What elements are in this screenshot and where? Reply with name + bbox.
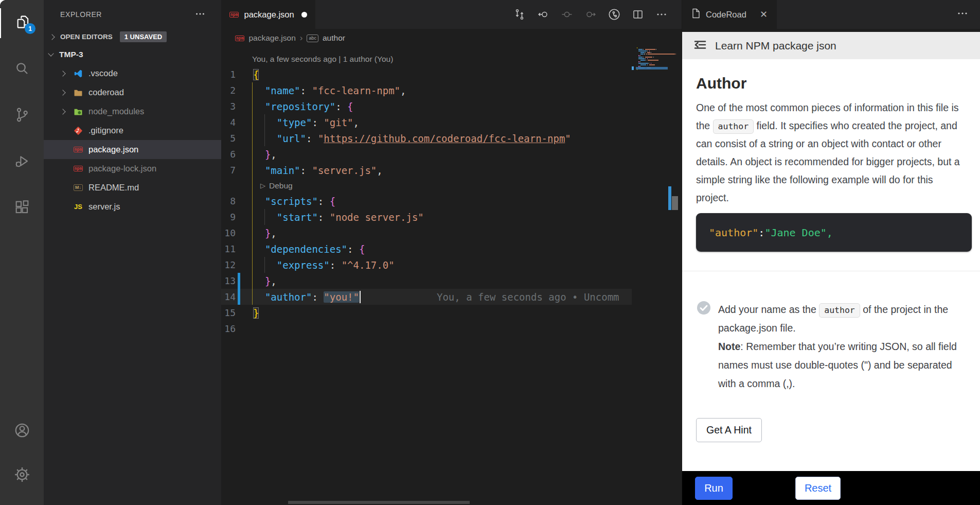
sidebar-more-actions-icon[interactable] xyxy=(194,8,206,22)
explorer-sidebar: EXPLORER OPEN EDITORS 1 UNSAVED TMP-3 .v… xyxy=(44,0,221,505)
activity-run-debug[interactable] xyxy=(0,147,44,177)
activity-accounts[interactable] xyxy=(0,416,44,446)
scrollbar-modified-decoration xyxy=(668,186,671,210)
open-editors-section[interactable]: OPEN EDITORS 1 UNSAVED xyxy=(44,29,221,45)
current-change-icon[interactable] xyxy=(555,0,579,29)
breadcrumb-file[interactable]: package.json xyxy=(248,33,295,43)
file-row-README.md[interactable]: M↓README.md xyxy=(44,178,221,197)
code-line-1[interactable]: 1{ xyxy=(221,66,632,82)
breadcrumb: npm package.json › abc author xyxy=(221,29,682,47)
coderoad-action-bar: Run Reset xyxy=(682,471,980,505)
timeline-icon[interactable] xyxy=(602,0,626,29)
file-label: .vscode xyxy=(88,68,118,78)
code-line-13[interactable]: 13 }, xyxy=(221,273,632,289)
file-row-.vscode[interactable]: .vscode xyxy=(44,64,221,83)
file-row-package-lock.json[interactable]: npmpackage-lock.json xyxy=(44,159,221,178)
js-icon: JS xyxy=(72,202,84,212)
line-number: 11 xyxy=(221,243,236,254)
line-number: 15 xyxy=(221,307,236,318)
codelens[interactable]: You, a few seconds ago | 1 author (You) xyxy=(221,51,632,66)
symbol-string-icon: abc xyxy=(307,34,318,42)
code-line-11[interactable]: 11 "dependencies": { xyxy=(221,241,632,257)
play-icon: ▷ xyxy=(260,182,265,189)
code-line-8[interactable]: 8 "scripts": { xyxy=(221,193,632,209)
run-button[interactable]: Run xyxy=(695,477,733,500)
unsaved-badge: 1 UNSAVED xyxy=(120,31,167,42)
git-icon xyxy=(72,126,84,136)
minimap[interactable] xyxy=(632,47,668,94)
breadcrumb-symbol[interactable]: author xyxy=(323,33,345,43)
npm-file-icon: npm xyxy=(229,12,239,18)
source-control-icon xyxy=(14,107,30,125)
line-number: 4 xyxy=(221,117,236,128)
editor-tab-bar: npm package.json xyxy=(221,0,682,29)
indent-guide xyxy=(264,257,265,273)
vscode-window: 1 xyxy=(0,0,980,505)
line-number: 14 xyxy=(221,291,236,302)
more-actions-icon[interactable] xyxy=(650,0,673,29)
activity-explorer[interactable]: 1 xyxy=(0,8,44,38)
task-text: Add your name as the author of the proje… xyxy=(718,300,961,393)
vertical-scrollbar-slider[interactable] xyxy=(672,196,678,210)
previous-change-icon[interactable] xyxy=(531,0,555,29)
file-label: server.js xyxy=(88,202,120,212)
more-actions-icon[interactable] xyxy=(956,7,980,22)
activity-extensions[interactable] xyxy=(0,194,44,223)
explorer-badge: 1 xyxy=(25,23,35,34)
file-row-package.json[interactable]: npmpackage.json xyxy=(44,140,221,159)
code-line-14[interactable]: 14 "author": "you!"You, a few seconds ag… xyxy=(221,289,632,305)
inline-code-chip: author xyxy=(819,303,860,318)
indent-guide xyxy=(264,114,265,146)
line-number: 12 xyxy=(221,259,236,270)
file-row-coderoad[interactable]: coderoad xyxy=(44,83,221,102)
search-icon xyxy=(14,60,30,79)
code-editor[interactable]: You, a few seconds ago | 1 author (You)1… xyxy=(221,51,632,337)
chevron-right-icon xyxy=(60,90,65,95)
line-number: 1 xyxy=(221,69,236,80)
code-line-4[interactable]: 4 "type": "git", xyxy=(221,114,632,130)
line-number: 16 xyxy=(221,323,236,334)
indent-guide xyxy=(264,209,265,225)
activity-bar: 1 xyxy=(0,0,44,505)
code-line-3[interactable]: 3 "repository": { xyxy=(221,98,632,114)
tab-coderoad[interactable]: CodeRoad ✕ xyxy=(682,0,777,29)
file-icon xyxy=(691,8,701,21)
menu-collapse-icon[interactable] xyxy=(692,37,708,55)
horizontal-scrollbar-slider[interactable] xyxy=(288,501,470,504)
line-number: 5 xyxy=(221,133,236,144)
code-line-2[interactable]: 2 "name": "fcc-learn-npm", xyxy=(221,82,632,98)
activity-source-control[interactable] xyxy=(0,101,44,131)
code-line-15[interactable]: 15} xyxy=(221,305,632,321)
text-cursor xyxy=(360,291,361,303)
task-item: Add your name as the author of the proje… xyxy=(696,300,965,393)
reset-button[interactable]: Reset xyxy=(795,477,841,500)
close-icon[interactable]: ✕ xyxy=(760,9,768,20)
tutorial-title: Learn NPM package json xyxy=(715,40,836,52)
code-line-7[interactable]: 7 "main": "server.js", xyxy=(221,162,632,178)
code-line-9[interactable]: 9 "start": "node server.js" xyxy=(221,209,632,225)
tab-package-json[interactable]: npm package.json xyxy=(221,0,315,29)
code-line-5[interactable]: 5 "url": "https://github.com/coderoad/fc… xyxy=(221,130,632,146)
folder-icon xyxy=(72,88,84,98)
compare-changes-icon[interactable] xyxy=(508,0,531,29)
file-row-server.js[interactable]: JSserver.js xyxy=(44,197,221,216)
code-line-10[interactable]: 10 }, xyxy=(221,225,632,241)
chevron-right-icon xyxy=(60,109,65,114)
line-number: 8 xyxy=(221,196,236,206)
code-line-16[interactable]: 16 xyxy=(221,321,632,337)
split-editor-icon[interactable] xyxy=(626,0,650,29)
example-code-block: "author": "Jane Doe", xyxy=(696,213,972,252)
project-root-folder[interactable]: TMP-3 xyxy=(44,45,221,64)
activity-settings[interactable] xyxy=(0,461,44,491)
file-row-.gitignore[interactable]: .gitignore xyxy=(44,121,221,140)
modified-gutter-marker xyxy=(238,273,240,289)
file-row-node_modules[interactable]: node_modules xyxy=(44,102,221,121)
code-line-12[interactable]: 12 "express": "^4.17.0" xyxy=(221,257,632,273)
code-line-6[interactable]: 6 }, xyxy=(221,146,632,162)
line-number: 3 xyxy=(221,101,236,112)
activity-search[interactable] xyxy=(0,55,44,84)
next-change-icon[interactable] xyxy=(579,0,602,29)
get-a-hint-button[interactable]: Get A Hint xyxy=(696,418,762,442)
codelens[interactable]: ▷Debug xyxy=(221,178,632,193)
vscode-icon xyxy=(72,68,84,79)
